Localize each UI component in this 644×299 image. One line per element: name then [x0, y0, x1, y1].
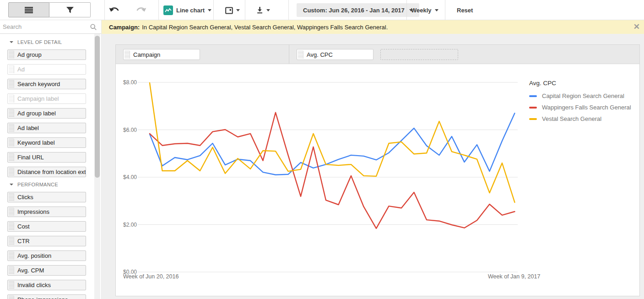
undo-button[interactable] [108, 0, 120, 20]
chart-card: Campaign Avg. CPC Week of Jun 20, 2016 W… [115, 44, 640, 296]
undo-icon [108, 6, 120, 14]
sidebar-item-phone-impressions[interactable]: Phone impressions [7, 294, 86, 299]
line-chart-icon [163, 5, 173, 15]
sidebar-item-ad-group-label[interactable]: Ad group label [7, 108, 86, 119]
drag-handle-icon [9, 80, 14, 88]
sidebar-item-invalid-clicks[interactable]: Invalid clicks [7, 280, 86, 290]
legend-swatch [529, 107, 537, 109]
sidebar-item-ad-group[interactable]: Ad group [7, 49, 86, 60]
main-area: Campaign Avg. CPC Week of Jun 20, 2016 W… [102, 34, 644, 299]
granularity-selector[interactable]: Weekly [411, 0, 438, 20]
drag-handle-icon [9, 139, 14, 147]
legend-swatch [529, 95, 537, 97]
drag-handle-icon [9, 208, 14, 216]
sidebar-item-ctr[interactable]: CTR [7, 236, 86, 246]
sidebar-item-search-keyword[interactable]: Search keyword [7, 79, 86, 89]
line-chart: Week of Jun 20, 2016 Week of Jan 9, 2017… [116, 64, 639, 296]
drag-handle-icon [9, 51, 14, 59]
chevron-down-icon [10, 41, 13, 43]
drag-handle-icon [9, 223, 14, 230]
sidebar-section-label: LEVEL OF DETAIL [17, 39, 62, 45]
filter-icon [66, 7, 74, 13]
y-axis-tick-label: $4.00 [116, 174, 137, 180]
chevron-down-icon [208, 9, 211, 11]
reset-label: Reset [457, 7, 473, 14]
fields-panel-icon [25, 7, 33, 13]
sidebar-item-clicks[interactable]: Clicks [7, 192, 86, 202]
sidebar-item-label: Ad group [17, 51, 42, 58]
sidebar-item-avg-position[interactable]: Avg. position [7, 250, 86, 261]
drag-handle-icon [9, 237, 14, 245]
y-axis-tick-label: $6.00 [116, 127, 137, 133]
filters-panel-button[interactable] [49, 2, 91, 17]
drag-handle-icon [9, 65, 14, 73]
date-range-selector[interactable]: Custom: Jun 26, 2016 - Jan 14, 2017 [297, 0, 419, 20]
sidebar-item-label: Phone impressions [17, 296, 68, 299]
download-icon [256, 6, 263, 14]
series-line-capital-region-search-general [150, 113, 515, 174]
chart-type-label: Line chart [176, 7, 205, 14]
redo-button[interactable] [135, 0, 147, 20]
sidebar-item-impressions[interactable]: Impressions [7, 207, 86, 217]
legend-swatch [529, 118, 537, 120]
sidebar-item-label: Avg. position [17, 252, 51, 259]
report-editor-window: Line chart Custom: Jun 26, 2016 - Jan 14… [0, 0, 644, 299]
sidebar-item-label: Ad label [17, 125, 39, 131]
sidebar-item-ad[interactable]: Ad [7, 64, 86, 75]
toolbar-separator [406, 0, 407, 20]
sidebar-item-label: Final URL [17, 154, 44, 161]
drag-handle-icon [9, 168, 14, 176]
legend-series-label: Vestal Search General [542, 115, 601, 122]
toolbar: Line chart Custom: Jun 26, 2016 - Jan 14… [0, 0, 644, 20]
date-range-icon-button[interactable] [225, 0, 240, 20]
legend-series-label: Wappingers Falls Search General [542, 104, 631, 111]
sidebar-item-keyword-label[interactable]: Keyword label [7, 137, 86, 148]
sidebar-scrollbar-thumb[interactable] [95, 36, 100, 178]
sidebar-item-label: Clicks [17, 194, 33, 201]
sidebar-item-cost[interactable]: Cost [7, 221, 86, 232]
sidebar-item-final-url[interactable]: Final URL [7, 152, 86, 163]
dimension-chip-campaign[interactable]: Campaign [123, 49, 200, 60]
filter-banner-field: Campaign: [109, 24, 140, 31]
chip-label: Avg. CPC [307, 51, 333, 58]
sidebar-section-header-performance[interactable]: PERFORMANCE [0, 181, 94, 187]
sidebar-item-campaign-label[interactable]: Campaign label [7, 93, 86, 104]
download-button[interactable] [256, 0, 270, 20]
sidebar-item-label: Ad [17, 66, 25, 73]
fields-panel-button[interactable] [8, 2, 49, 17]
chart-legend: Avg. CPC Capital Region Search GeneralWa… [529, 80, 631, 127]
legend-series-label: Capital Region Search General [542, 92, 624, 99]
drag-handle-icon [9, 252, 14, 260]
sidebar-item-avg-cpm[interactable]: Avg. CPM [7, 265, 86, 276]
chevron-down-icon [10, 184, 13, 185]
drag-handle-icon [9, 153, 14, 161]
empty-metric-slot[interactable] [380, 49, 458, 60]
close-icon[interactable]: ✕ [633, 22, 640, 32]
sidebar-section-header-level-of-detail[interactable]: LEVEL OF DETAIL [0, 39, 94, 45]
legend-item-wappingers-falls-search-general: Wappingers Falls Search General [529, 104, 631, 111]
series-line-vestal-search-general [150, 83, 515, 202]
y-axis-tick-label: $2.00 [116, 222, 137, 228]
legend-title: Avg. CPC [529, 80, 631, 87]
metric-chip-avg-cpc[interactable]: Avg. CPC [297, 49, 373, 60]
sidebar-section-label: PERFORMANCE [17, 182, 58, 187]
search-icon [90, 24, 97, 32]
drag-handle-icon [124, 51, 130, 59]
chip-row: Campaign Avg. CPC [116, 45, 639, 64]
toolbar-separator [445, 0, 445, 20]
chart-type-button[interactable]: Line chart [163, 0, 211, 20]
drag-handle-icon [9, 124, 14, 132]
drag-handle-icon [9, 266, 14, 274]
sidebar-item-label: CTR [17, 238, 30, 245]
sidebar-item-distance-from-location-exte[interactable]: Distance from location exte [7, 167, 86, 177]
chip-label: Campaign [133, 51, 160, 58]
y-axis-tick-label: $0.00 [116, 269, 137, 275]
chip-row-divider [289, 45, 289, 64]
toolbar-separator [288, 0, 289, 20]
search-input[interactable] [0, 20, 87, 33]
reset-button[interactable]: Reset [457, 0, 473, 20]
sidebar-item-label: Search keyword [17, 81, 60, 87]
sidebar-item-label: Cost [17, 223, 30, 230]
sidebar-item-ad-label[interactable]: Ad label [7, 123, 86, 133]
drag-handle-icon [298, 51, 303, 59]
